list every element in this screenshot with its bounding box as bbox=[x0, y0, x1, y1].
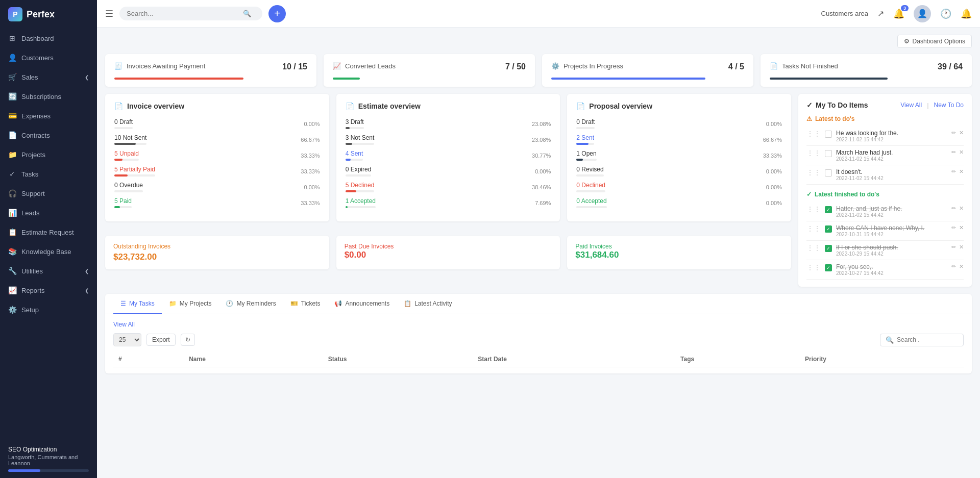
invoice-overview-card: 📄 Invoice overview 0 Draft 0.00% bbox=[105, 94, 329, 221]
sidebar-item-label: Estimate Request bbox=[21, 229, 74, 236]
edit-icon[interactable]: ✏ bbox=[951, 244, 956, 250]
sidebar-item-label: Dashboard bbox=[21, 35, 54, 42]
edit-icon[interactable]: ✏ bbox=[951, 224, 956, 231]
todo-content: March Hare had just. 2022-11-02 15:44:42 bbox=[836, 149, 947, 162]
close-icon[interactable]: ✕ bbox=[959, 263, 964, 270]
sidebar-item-label: Sales bbox=[21, 73, 38, 81]
close-icon[interactable]: ✕ bbox=[959, 130, 964, 136]
sidebar-item-contracts[interactable]: 📄 Contracts bbox=[0, 125, 97, 145]
todo-checkbox[interactable] bbox=[825, 150, 832, 157]
todo-checkbox-checked[interactable]: ✓ bbox=[825, 206, 832, 213]
company-name: Langworth, Cummerata and Leannon bbox=[8, 454, 89, 466]
export-button[interactable]: Export bbox=[146, 334, 176, 346]
timer-icon[interactable]: 🕐 bbox=[940, 8, 951, 19]
tasks-tab-icon: ☰ bbox=[120, 300, 126, 307]
stat-value-tasks: 39 / 64 bbox=[938, 62, 963, 71]
dashboard-options-button[interactable]: ⚙ Dashboard Options bbox=[897, 35, 972, 48]
latest-todos-label: ⚠ Latest to do's bbox=[806, 115, 964, 122]
stats-row: 🧾 Invoices Awaiting Payment 10 / 15 📈 Co… bbox=[105, 54, 972, 87]
tab-latest-activity[interactable]: 📋 Latest Activity bbox=[397, 294, 459, 314]
todo-checkbox[interactable] bbox=[825, 169, 832, 177]
drag-handle[interactable]: ⋮⋮ bbox=[806, 263, 821, 271]
avatar[interactable]: 👤 bbox=[914, 5, 931, 22]
sidebar-item-estimate-request[interactable]: 📋 Estimate Request bbox=[0, 222, 97, 242]
invoice-row-3: 5 Partially Paid 33.33% bbox=[114, 166, 320, 177]
todo-checkbox[interactable] bbox=[825, 131, 832, 138]
tab-my-reminders[interactable]: 🕐 My Reminders bbox=[218, 294, 283, 314]
todo-checkbox-checked[interactable]: ✓ bbox=[825, 245, 832, 252]
proposal-row-4: 0 Declined 0.00% bbox=[576, 182, 782, 192]
sidebar-item-utilities[interactable]: 🔧 Utilities ❮ bbox=[0, 261, 97, 281]
notifications-icon[interactable]: 🔔 3 bbox=[893, 8, 904, 19]
tasks-stat-icon: 📄 bbox=[770, 62, 778, 70]
sidebar-item-reports[interactable]: 📈 Reports ❮ bbox=[0, 281, 97, 300]
close-icon[interactable]: ✕ bbox=[959, 149, 964, 156]
chevron-icon: ❮ bbox=[85, 288, 89, 293]
estimate-row-3: 0 Expired 0.00% bbox=[346, 166, 551, 177]
drag-handle[interactable]: ⋮⋮ bbox=[806, 130, 821, 138]
menu-icon[interactable]: ☰ bbox=[105, 8, 113, 19]
todo-content: For, you see,. 2022-10-27 15:44:42 bbox=[836, 263, 947, 276]
sidebar-item-customers[interactable]: 👤 Customers bbox=[0, 48, 97, 67]
sidebar-logo[interactable]: P Perfex bbox=[0, 0, 97, 29]
edit-icon[interactable]: ✏ bbox=[951, 205, 956, 212]
estimate-row-1: 3 Not Sent 23.08% bbox=[346, 134, 551, 145]
sidebar-item-knowledge-base[interactable]: 📚 Knowledge Base bbox=[0, 242, 97, 261]
todo-checkbox-checked[interactable]: ✓ bbox=[825, 225, 832, 233]
tab-my-projects[interactable]: 📁 My Projects bbox=[162, 294, 219, 314]
reports-icon: 📈 bbox=[8, 286, 16, 294]
table-search: 🔍 bbox=[880, 334, 964, 346]
close-icon[interactable]: ✕ bbox=[959, 168, 964, 175]
bell-icon[interactable]: 🔔 bbox=[961, 8, 972, 19]
estimate-overview-title: 📄 Estimate overview bbox=[346, 102, 551, 110]
edit-icon[interactable]: ✏ bbox=[951, 168, 956, 175]
estimate-row-4: 5 Declined 38.46% bbox=[346, 182, 551, 192]
invoice-summary: Outstanding Invoices $23,732.00 Past Due… bbox=[105, 236, 791, 269]
sidebar-item-projects[interactable]: 📁 Projects bbox=[0, 145, 97, 164]
todo-actions: ✏ ✕ bbox=[951, 263, 964, 270]
sidebar: P Perfex ⊞ Dashboard 👤 Customers 🛒 Sales… bbox=[0, 0, 97, 478]
sidebar-item-tasks[interactable]: ✓ Tasks bbox=[0, 164, 97, 184]
add-button[interactable]: + bbox=[268, 5, 286, 22]
per-page-select[interactable]: 25 50 100 bbox=[113, 333, 141, 346]
expenses-icon: 💳 bbox=[8, 112, 16, 120]
proposal-overview-card: 📄 Proposal overview 0 Draft 0.00% bbox=[567, 94, 791, 221]
search-input[interactable] bbox=[127, 10, 239, 17]
sidebar-item-setup[interactable]: ⚙️ Setup bbox=[0, 300, 97, 319]
topbar: ☰ 🔍 + Customers area ↗ 🔔 3 👤 🕐 🔔 bbox=[97, 0, 980, 28]
close-icon[interactable]: ✕ bbox=[959, 244, 964, 250]
drag-handle[interactable]: ⋮⋮ bbox=[806, 168, 821, 177]
sidebar-item-sales[interactable]: 🛒 Sales ❮ bbox=[0, 67, 97, 87]
close-icon[interactable]: ✕ bbox=[959, 224, 964, 231]
sidebar-item-dashboard[interactable]: ⊞ Dashboard bbox=[0, 29, 97, 48]
stat-title-invoices: 🧾 Invoices Awaiting Payment bbox=[114, 62, 205, 70]
view-all-tasks-link[interactable]: View All bbox=[113, 321, 135, 328]
estimate-row-0: 3 Draft 23.08% bbox=[346, 118, 551, 129]
table-search-input[interactable] bbox=[897, 336, 958, 343]
edit-icon[interactable]: ✏ bbox=[951, 130, 956, 136]
share-icon[interactable]: ↗ bbox=[877, 9, 884, 18]
close-icon[interactable]: ✕ bbox=[959, 205, 964, 212]
new-todo-link[interactable]: New To Do bbox=[934, 102, 964, 109]
stat-title-leads: 📈 Converted Leads bbox=[333, 62, 396, 70]
edit-icon[interactable]: ✏ bbox=[951, 263, 956, 270]
view-all-link[interactable]: View All bbox=[900, 102, 922, 109]
todo-checkbox-checked[interactable]: ✓ bbox=[825, 264, 832, 271]
sidebar-item-label: Expenses bbox=[21, 112, 51, 120]
finished-todos-label: ✓ Latest finished to do's bbox=[806, 191, 964, 198]
edit-icon[interactable]: ✏ bbox=[951, 149, 956, 156]
drag-handle[interactable]: ⋮⋮ bbox=[806, 224, 821, 233]
sidebar-item-leads[interactable]: 📊 Leads bbox=[0, 203, 97, 222]
tab-my-tasks[interactable]: ☰ My Tasks bbox=[113, 294, 162, 314]
drag-handle[interactable]: ⋮⋮ bbox=[806, 149, 821, 157]
estimate-icon: 📋 bbox=[8, 228, 16, 236]
tab-announcements[interactable]: 📢 Announcements bbox=[327, 294, 397, 314]
sidebar-item-expenses[interactable]: 💳 Expenses bbox=[0, 106, 97, 125]
sidebar-item-support[interactable]: 🎧 Support bbox=[0, 184, 97, 203]
drag-handle[interactable]: ⋮⋮ bbox=[806, 205, 821, 213]
tab-tickets[interactable]: 🎫 Tickets bbox=[283, 294, 328, 314]
sidebar-item-subscriptions[interactable]: 🔄 Subscriptions bbox=[0, 87, 97, 106]
todo-panel: ✓ My To Do Items View All | New To Do ⚠ … bbox=[798, 94, 972, 287]
drag-handle[interactable]: ⋮⋮ bbox=[806, 244, 821, 252]
refresh-button[interactable]: ↻ bbox=[181, 334, 195, 346]
